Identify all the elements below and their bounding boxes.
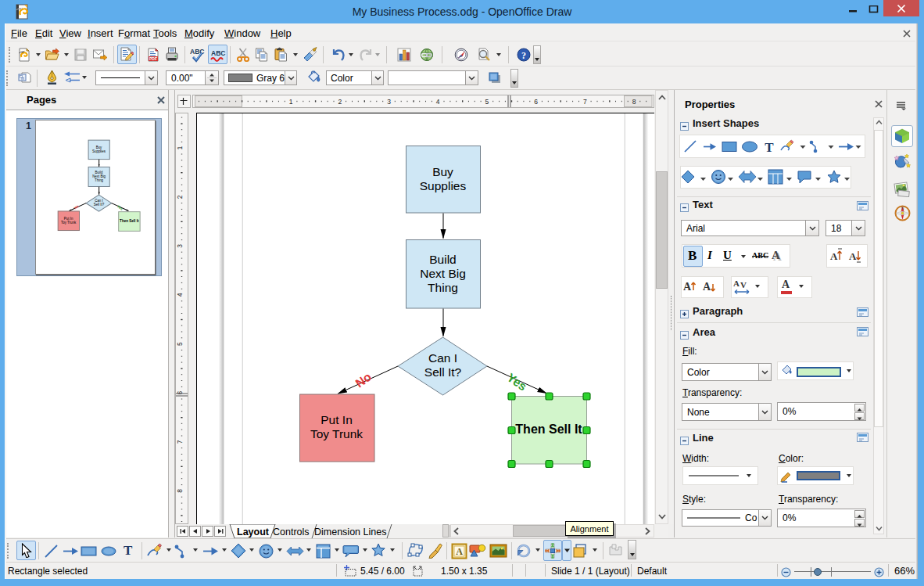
svg-text:6: 6 xyxy=(534,98,538,106)
svg-text:A: A xyxy=(683,281,692,293)
svg-text:A: A xyxy=(703,281,711,293)
svg-text:8: 8 xyxy=(632,98,636,106)
svg-text:2: 2 xyxy=(338,98,342,106)
svg-text:Dimension Lines: Dimension Lines xyxy=(314,527,386,537)
svg-text:A: A xyxy=(849,250,857,262)
svg-text:A: A xyxy=(456,546,463,557)
svg-text:1: 1 xyxy=(176,146,184,150)
svg-text:8: 8 xyxy=(176,489,184,493)
svg-text:2: 2 xyxy=(176,195,184,199)
svg-text:A: A xyxy=(733,279,740,288)
svg-text:4: 4 xyxy=(436,98,440,106)
svg-text:PDF: PDF xyxy=(149,56,157,61)
svg-text:7: 7 xyxy=(583,98,587,106)
svg-text:4: 4 xyxy=(176,293,184,297)
svg-text:3: 3 xyxy=(387,98,391,106)
svg-text:7: 7 xyxy=(176,440,184,444)
svg-text:V: V xyxy=(740,280,747,289)
svg-text:1: 1 xyxy=(289,98,293,106)
svg-text:5: 5 xyxy=(485,98,489,106)
svg-text:N: N xyxy=(901,207,904,210)
svg-text:T: T xyxy=(765,140,774,155)
svg-text:Controls: Controls xyxy=(273,527,310,537)
svg-text:6: 6 xyxy=(176,391,184,395)
svg-text:A: A xyxy=(830,250,838,262)
svg-text:3: 3 xyxy=(176,244,184,248)
svg-text:5: 5 xyxy=(176,342,184,346)
svg-text:?: ? xyxy=(521,50,526,61)
svg-text:ABC: ABC xyxy=(211,49,225,57)
svg-text:Layout: Layout xyxy=(237,527,270,537)
svg-text:1: 1 xyxy=(26,120,31,131)
